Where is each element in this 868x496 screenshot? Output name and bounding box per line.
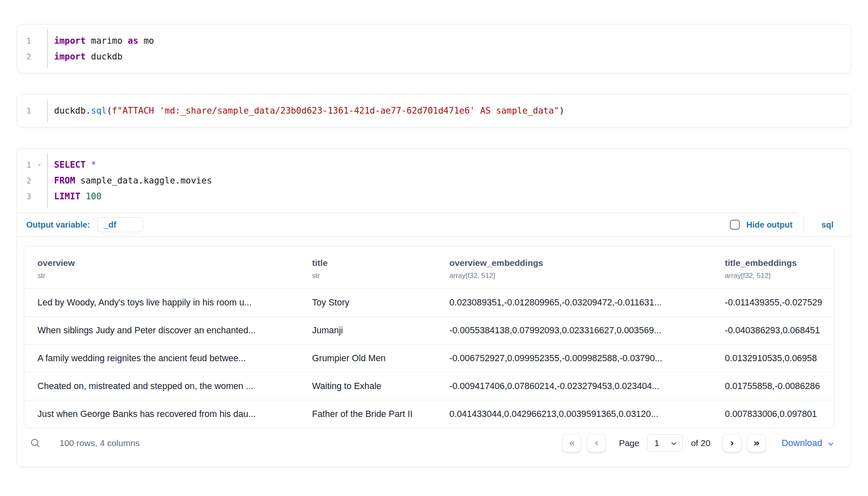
column-header-title[interactable]: titlestr	[299, 246, 436, 288]
table-cell: -0.040386293,0.068451	[712, 317, 834, 344]
code-line[interactable]: 2FROM sample_data.kaggle.movies	[17, 173, 841, 188]
search-icon[interactable]	[30, 437, 41, 449]
output-variable-label: Output variable:	[26, 220, 90, 230]
first-page-button[interactable]: «	[562, 434, 581, 452]
table-cell: Led by Woody, Andy's toys live happily i…	[24, 289, 299, 316]
code-line[interactable]: 1import marimo as mo	[17, 33, 841, 49]
code-editor[interactable]: 1import marimo as mo2import duckdb	[17, 25, 851, 73]
table-row[interactable]: When siblings Judy and Peter discover an…	[24, 316, 834, 344]
column-header-title_embeddings[interactable]: title_embeddingsarray[f32, 512]	[712, 246, 834, 288]
column-type: array[f32, 512]	[449, 272, 703, 280]
table-cell: -0.009417406,0.07860214,-0.023279453,0.0…	[436, 372, 712, 400]
table-cell: When siblings Judy and Peter discover an…	[24, 317, 299, 344]
code-text: import duckdb	[47, 49, 122, 64]
code-text: LIMIT 100	[47, 188, 102, 204]
code-text: FROM sample_data.kaggle.movies	[47, 173, 212, 188]
code-line[interactable]: 3LIMIT 100	[17, 188, 841, 204]
chevron-down-icon	[827, 440, 834, 447]
code-editor[interactable]: 1duckdb.sql(f"ATTACH 'md:_share/sample_d…	[17, 94, 851, 127]
line-number: 1	[17, 33, 47, 49]
column-header-overview[interactable]: overviewstr	[24, 246, 299, 288]
column-name: overview	[37, 258, 290, 268]
output-toolbar: Output variable: Hide output sql	[17, 213, 851, 236]
page-select-value: 1	[654, 438, 659, 448]
line-number: 2	[17, 173, 47, 188]
hide-output-label: Hide output	[746, 220, 793, 230]
code-editor[interactable]: 1⌄SELECT *2FROM sample_data.kaggle.movie…	[17, 149, 851, 213]
table-footer: 100 rows, 4 columns « ‹ Page 1 of 20 › »…	[24, 434, 834, 452]
table-cell: 0.01755858,-0.0086286	[712, 372, 834, 400]
table-cell: Jumanji	[299, 317, 436, 344]
code-text: SELECT *	[47, 157, 96, 173]
column-type: str	[312, 272, 428, 280]
download-label: Download	[781, 438, 822, 449]
code-cell-imports: 1import marimo as mo2import duckdb	[17, 24, 851, 73]
table-cell: 0.007833006,0.097801	[712, 400, 834, 428]
table-cell: 0.023089351,-0.012809965,-0.03209472,-0.…	[436, 289, 712, 316]
prev-page-button[interactable]: ‹	[587, 434, 606, 452]
code-text: duckdb.sql(f"ATTACH 'md:_share/sample_da…	[47, 103, 564, 119]
line-number: 2	[17, 49, 47, 64]
column-type: str	[37, 272, 290, 280]
divider	[17, 236, 851, 237]
table-cell: Grumpier Old Men	[299, 345, 436, 372]
table-cell: -0.006752927,0.099952355,-0.009982588,-0…	[436, 345, 712, 372]
divider	[804, 217, 804, 232]
row-count-summary: 100 rows, 4 columns	[60, 438, 140, 448]
code-line[interactable]: 1duckdb.sql(f"ATTACH 'md:_share/sample_d…	[17, 103, 841, 119]
sql-cell: 1⌄SELECT *2FROM sample_data.kaggle.movie…	[17, 148, 851, 467]
line-number: 1	[17, 103, 47, 119]
chevron-down-icon	[670, 440, 677, 447]
table-cell: Just when George Banks has recovered fro…	[24, 400, 299, 428]
page-total: of 20	[691, 438, 710, 448]
table-cell: -0.011439355,-0.027529	[712, 289, 834, 316]
table-row[interactable]: A family wedding reignites the ancient f…	[24, 344, 834, 372]
table-row[interactable]: Just when George Banks has recovered fro…	[24, 400, 834, 428]
table-row[interactable]: Cheated on, mistreated and stepped on, t…	[24, 372, 834, 400]
table-cell: Cheated on, mistreated and stepped on, t…	[24, 372, 299, 400]
table-cell: A family wedding reignites the ancient f…	[24, 345, 299, 372]
table-cell: Toy Story	[299, 289, 436, 316]
page-label: Page	[619, 438, 639, 448]
column-type: array[f32, 512]	[725, 272, 826, 280]
table-cell: Waiting to Exhale	[299, 372, 436, 400]
hide-output-toggle[interactable]: Hide output	[730, 220, 793, 230]
line-number: 1⌄	[17, 157, 47, 173]
column-name: title_embeddings	[725, 258, 826, 268]
table-row[interactable]: Led by Woody, Andy's toys live happily i…	[24, 288, 834, 316]
column-name: title	[312, 258, 428, 268]
next-page-button[interactable]: ›	[722, 434, 742, 452]
fold-chevron-icon[interactable]: ⌄	[37, 156, 42, 171]
code-line[interactable]: 1⌄SELECT *	[17, 157, 841, 173]
last-page-button[interactable]: »	[747, 434, 766, 452]
download-button[interactable]: Download	[781, 438, 834, 449]
pagination: « ‹ Page 1 of 20 › » Download	[562, 434, 834, 452]
column-name: overview_embeddings	[449, 258, 703, 268]
output-variable-input[interactable]	[97, 217, 143, 232]
table-cell: 0.0132910535,0.06958	[712, 345, 834, 372]
hide-output-checkbox[interactable]	[730, 220, 740, 230]
table-cell: Father of the Bride Part II	[299, 400, 436, 428]
table-cell: -0.0055384138,0.07992093,0.023316627,0.0…	[436, 317, 712, 344]
language-badge[interactable]: sql	[815, 220, 840, 230]
column-header-overview_embeddings[interactable]: overview_embeddingsarray[f32, 512]	[436, 246, 712, 288]
table-cell: 0.041433044,0.042966213,0.0039591365,0.0…	[436, 400, 712, 428]
code-text: import marimo as mo	[47, 33, 154, 49]
code-cell-attach: 1duckdb.sql(f"ATTACH 'md:_share/sample_d…	[17, 94, 851, 127]
code-line[interactable]: 2import duckdb	[17, 49, 841, 64]
table-header-row: overviewstrtitlestroverview_embeddingsar…	[24, 246, 834, 288]
line-number: 3	[17, 188, 47, 204]
page-select[interactable]: 1	[647, 434, 683, 452]
result-table: overviewstrtitlestroverview_embeddingsar…	[24, 246, 834, 428]
